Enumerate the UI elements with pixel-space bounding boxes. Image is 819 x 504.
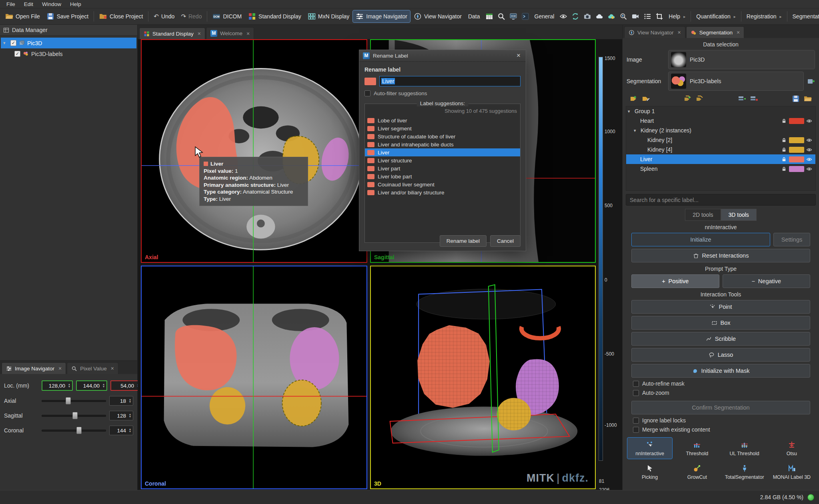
method-picking[interactable]: Picking (627, 461, 672, 482)
level-window-slider[interactable]: 1500 1000 500 0 -500 -1000 81 2206 (598, 54, 622, 504)
label-row-kidney2[interactable]: Kidney [2] (626, 135, 815, 145)
eye-icon[interactable] (806, 166, 812, 172)
menu-window[interactable]: Window (38, 1, 65, 8)
open-file-button[interactable]: Open File (2, 10, 43, 22)
eye-icon[interactable] (806, 137, 812, 143)
label-row-kidney4[interactable]: Kidney [4] (626, 145, 815, 154)
view-navigator-button[interactable]: View Navigator (411, 10, 465, 22)
add-instance-button[interactable] (684, 95, 692, 103)
close-tab-icon[interactable]: × (111, 365, 114, 372)
tab-2d-tools[interactable]: 2D tools (685, 209, 721, 221)
dialog-close-icon[interactable]: × (515, 52, 522, 60)
loc-z-spinbox[interactable]: 54,00▴▾ (110, 380, 142, 391)
label-search-input[interactable]: Search for a specific label... (626, 194, 816, 206)
coronal-spinbox[interactable]: 144▴▾ (109, 426, 133, 435)
checkbox[interactable] (633, 418, 639, 424)
tab-segmentation[interactable]: Segmentation × (686, 26, 745, 38)
close-tab-icon[interactable]: × (678, 29, 681, 36)
checkbox[interactable] (633, 381, 639, 387)
coronal-slider[interactable] (42, 426, 106, 435)
loc-x-spinbox[interactable]: 128,00▴▾ (42, 380, 73, 391)
visibility-checkbox[interactable]: ✓ (10, 40, 16, 46)
color-swatch[interactable] (789, 118, 804, 124)
initialize-with-mask-button[interactable]: Initialize with Mask (631, 364, 810, 378)
suggestion-item[interactable]: Lobe of liver (365, 116, 520, 124)
expander-icon[interactable]: ▾ (3, 40, 8, 46)
visibility-checkbox[interactable]: ✓ (14, 51, 20, 57)
dicom-monitor-icon-button[interactable]: DCM (508, 10, 519, 22)
method-growcut[interactable]: GrowCut (675, 461, 719, 482)
dicom-button[interactable]: DCMDICOM (210, 10, 244, 22)
confirm-segmentation-button[interactable]: Confirm Segmentation (631, 401, 810, 414)
new-segmentation-button[interactable] (807, 77, 815, 85)
help-menu-button[interactable]: Help▸ (666, 11, 688, 22)
swap-icon-button[interactable] (570, 10, 581, 22)
sagittal-slider-handle[interactable] (72, 412, 78, 419)
eye-icon[interactable] (806, 147, 812, 153)
redo-button[interactable]: ↷Redo (178, 11, 204, 22)
tab-pixel-value[interactable]: Pixel Value × (67, 362, 118, 374)
eye-icon-button[interactable] (558, 10, 569, 22)
checkbox[interactable] (364, 90, 370, 96)
eye-icon[interactable] (806, 156, 812, 162)
close-tab-icon[interactable]: × (198, 30, 201, 37)
close-tab-icon[interactable]: × (246, 30, 250, 37)
data-button[interactable]: Data (465, 11, 483, 22)
video-icon-button[interactable] (630, 10, 641, 22)
spin-down-icon[interactable]: ▾ (101, 386, 106, 388)
image-navigator-button[interactable]: Image Navigator (353, 10, 410, 22)
table-icon-button[interactable] (484, 10, 495, 22)
terminal-icon-button[interactable] (520, 10, 531, 22)
initialize-button[interactable]: Initialize (631, 233, 770, 246)
auto-refine-checkbox-row[interactable]: Auto-refine mask (633, 380, 809, 387)
label-group-row[interactable]: ▾ Group 1 (626, 106, 815, 116)
label-name-input[interactable]: Liver (379, 76, 521, 86)
label-color-swatch[interactable] (364, 78, 376, 85)
lock-icon[interactable] (781, 166, 787, 172)
lock-icon[interactable] (781, 137, 787, 143)
menu-edit[interactable]: Edit (20, 1, 37, 8)
save-labels-button[interactable] (792, 95, 800, 103)
negative-prompt-button[interactable]: −Negative (723, 274, 811, 288)
method-ul-threshold[interactable]: UL Threshold (722, 438, 767, 459)
loc-y-spinbox[interactable]: 144,00▴▾ (76, 380, 107, 391)
method-nninteractive[interactable]: nnInteractive (627, 438, 672, 459)
merge-labels-button[interactable] (696, 95, 704, 103)
close-project-button[interactable]: Close Project (96, 10, 146, 22)
tab-3d-tools[interactable]: 3D tools (721, 209, 757, 221)
axial-spinbox[interactable]: 18▴▾ (109, 396, 133, 406)
auto-filter-checkbox-row[interactable]: Auto-filter suggestions (364, 90, 521, 96)
registration-menu-button[interactable]: Registration▸ (744, 11, 785, 22)
cancel-button[interactable]: Cancel (490, 235, 521, 247)
suggestion-item[interactable]: Liver part (365, 164, 520, 172)
checkbox[interactable] (633, 427, 639, 433)
add-group-button[interactable] (738, 95, 746, 103)
suggestion-item[interactable]: Liver segment (365, 124, 520, 132)
coronal-slider-handle[interactable] (76, 427, 82, 434)
lasso-tool-button[interactable]: Lasso (631, 348, 810, 362)
remove-group-button[interactable] (750, 95, 758, 103)
menu-file[interactable]: File (2, 1, 19, 8)
axial-slider[interactable] (42, 396, 106, 405)
tab-standard-display[interactable]: Standard Display × (139, 28, 205, 39)
label-row-spleen[interactable]: Spleen (626, 164, 815, 174)
lock-icon[interactable] (781, 118, 787, 124)
tab-welcome[interactable]: M Welcome × (206, 27, 254, 39)
add-label-button[interactable] (630, 95, 638, 103)
suggestion-item[interactable]: Couinaud liver segment (365, 180, 520, 188)
close-tab-icon[interactable]: × (737, 29, 740, 36)
level-window-bar[interactable] (599, 57, 603, 461)
quantification-menu-button[interactable]: Quantification▸ (693, 11, 739, 22)
settings-button[interactable]: Settings (773, 233, 810, 246)
axial-slider-handle[interactable] (66, 397, 71, 404)
spin-down-icon[interactable]: ▾ (127, 416, 133, 418)
merge-existing-checkbox-row[interactable]: Merge with existing content (633, 426, 809, 433)
list-icon-button[interactable] (642, 10, 653, 22)
standard-display-button[interactable]: Standard Display (245, 10, 304, 22)
eye-icon[interactable] (806, 118, 812, 124)
color-swatch[interactable] (789, 166, 804, 172)
mxn-display-button[interactable]: MxN Display (305, 10, 352, 22)
method-monai-label[interactable]: MONAI Label 3D (769, 461, 814, 482)
image-selector[interactable]: Pic3D (668, 50, 815, 69)
label-row-kidney-parent[interactable]: ▾ Kidney (2 instances) (626, 126, 815, 135)
